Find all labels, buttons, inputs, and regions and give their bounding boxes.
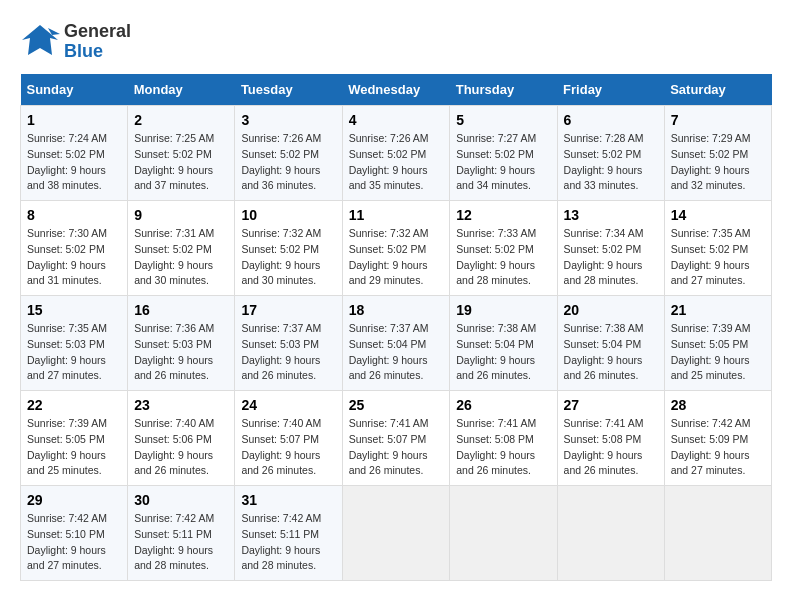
day-info: Sunrise: 7:38 AM Sunset: 5:04 PM Dayligh… bbox=[456, 321, 550, 384]
day-info: Sunrise: 7:40 AM Sunset: 5:07 PM Dayligh… bbox=[241, 416, 335, 479]
day-info: Sunrise: 7:37 AM Sunset: 5:03 PM Dayligh… bbox=[241, 321, 335, 384]
calendar-cell: 11 Sunrise: 7:32 AM Sunset: 5:02 PM Dayl… bbox=[342, 201, 450, 296]
day-info: Sunrise: 7:37 AM Sunset: 5:04 PM Dayligh… bbox=[349, 321, 444, 384]
calendar-week-row: 8 Sunrise: 7:30 AM Sunset: 5:02 PM Dayli… bbox=[21, 201, 772, 296]
calendar-cell: 12 Sunrise: 7:33 AM Sunset: 5:02 PM Dayl… bbox=[450, 201, 557, 296]
day-header-sunday: Sunday bbox=[21, 74, 128, 106]
calendar-cell: 5 Sunrise: 7:27 AM Sunset: 5:02 PM Dayli… bbox=[450, 106, 557, 201]
day-number: 13 bbox=[564, 207, 658, 223]
calendar-cell: 14 Sunrise: 7:35 AM Sunset: 5:02 PM Dayl… bbox=[664, 201, 771, 296]
day-number: 2 bbox=[134, 112, 228, 128]
calendar-cell: 10 Sunrise: 7:32 AM Sunset: 5:02 PM Dayl… bbox=[235, 201, 342, 296]
calendar-cell: 19 Sunrise: 7:38 AM Sunset: 5:04 PM Dayl… bbox=[450, 296, 557, 391]
day-number: 10 bbox=[241, 207, 335, 223]
day-number: 28 bbox=[671, 397, 765, 413]
calendar-header-row: SundayMondayTuesdayWednesdayThursdayFrid… bbox=[21, 74, 772, 106]
day-info: Sunrise: 7:35 AM Sunset: 5:03 PM Dayligh… bbox=[27, 321, 121, 384]
calendar-cell: 9 Sunrise: 7:31 AM Sunset: 5:02 PM Dayli… bbox=[128, 201, 235, 296]
day-header-thursday: Thursday bbox=[450, 74, 557, 106]
day-info: Sunrise: 7:24 AM Sunset: 5:02 PM Dayligh… bbox=[27, 131, 121, 194]
day-info: Sunrise: 7:26 AM Sunset: 5:02 PM Dayligh… bbox=[349, 131, 444, 194]
day-header-wednesday: Wednesday bbox=[342, 74, 450, 106]
day-number: 15 bbox=[27, 302, 121, 318]
day-header-friday: Friday bbox=[557, 74, 664, 106]
day-number: 30 bbox=[134, 492, 228, 508]
day-number: 6 bbox=[564, 112, 658, 128]
day-number: 26 bbox=[456, 397, 550, 413]
day-info: Sunrise: 7:32 AM Sunset: 5:02 PM Dayligh… bbox=[241, 226, 335, 289]
day-header-tuesday: Tuesday bbox=[235, 74, 342, 106]
day-number: 31 bbox=[241, 492, 335, 508]
calendar-week-row: 29 Sunrise: 7:42 AM Sunset: 5:10 PM Dayl… bbox=[21, 486, 772, 581]
day-number: 7 bbox=[671, 112, 765, 128]
day-info: Sunrise: 7:39 AM Sunset: 5:05 PM Dayligh… bbox=[671, 321, 765, 384]
day-info: Sunrise: 7:36 AM Sunset: 5:03 PM Dayligh… bbox=[134, 321, 228, 384]
calendar-cell: 25 Sunrise: 7:41 AM Sunset: 5:07 PM Dayl… bbox=[342, 391, 450, 486]
day-number: 18 bbox=[349, 302, 444, 318]
day-number: 27 bbox=[564, 397, 658, 413]
calendar-cell: 3 Sunrise: 7:26 AM Sunset: 5:02 PM Dayli… bbox=[235, 106, 342, 201]
calendar-cell: 1 Sunrise: 7:24 AM Sunset: 5:02 PM Dayli… bbox=[21, 106, 128, 201]
calendar-cell: 6 Sunrise: 7:28 AM Sunset: 5:02 PM Dayli… bbox=[557, 106, 664, 201]
day-number: 14 bbox=[671, 207, 765, 223]
day-info: Sunrise: 7:30 AM Sunset: 5:02 PM Dayligh… bbox=[27, 226, 121, 289]
logo-bird-icon bbox=[20, 20, 60, 60]
day-number: 4 bbox=[349, 112, 444, 128]
day-number: 24 bbox=[241, 397, 335, 413]
day-info: Sunrise: 7:31 AM Sunset: 5:02 PM Dayligh… bbox=[134, 226, 228, 289]
day-header-monday: Monday bbox=[128, 74, 235, 106]
calendar-cell: 23 Sunrise: 7:40 AM Sunset: 5:06 PM Dayl… bbox=[128, 391, 235, 486]
logo: General Blue bbox=[20, 20, 131, 64]
day-number: 17 bbox=[241, 302, 335, 318]
calendar-cell: 20 Sunrise: 7:38 AM Sunset: 5:04 PM Dayl… bbox=[557, 296, 664, 391]
day-number: 11 bbox=[349, 207, 444, 223]
day-info: Sunrise: 7:33 AM Sunset: 5:02 PM Dayligh… bbox=[456, 226, 550, 289]
calendar-cell: 21 Sunrise: 7:39 AM Sunset: 5:05 PM Dayl… bbox=[664, 296, 771, 391]
day-number: 9 bbox=[134, 207, 228, 223]
day-info: Sunrise: 7:42 AM Sunset: 5:11 PM Dayligh… bbox=[241, 511, 335, 574]
day-info: Sunrise: 7:25 AM Sunset: 5:02 PM Dayligh… bbox=[134, 131, 228, 194]
day-number: 22 bbox=[27, 397, 121, 413]
calendar-week-row: 15 Sunrise: 7:35 AM Sunset: 5:03 PM Dayl… bbox=[21, 296, 772, 391]
day-number: 3 bbox=[241, 112, 335, 128]
calendar-cell bbox=[450, 486, 557, 581]
day-number: 16 bbox=[134, 302, 228, 318]
day-info: Sunrise: 7:34 AM Sunset: 5:02 PM Dayligh… bbox=[564, 226, 658, 289]
day-info: Sunrise: 7:42 AM Sunset: 5:10 PM Dayligh… bbox=[27, 511, 121, 574]
day-info: Sunrise: 7:32 AM Sunset: 5:02 PM Dayligh… bbox=[349, 226, 444, 289]
calendar-cell: 17 Sunrise: 7:37 AM Sunset: 5:03 PM Dayl… bbox=[235, 296, 342, 391]
day-info: Sunrise: 7:27 AM Sunset: 5:02 PM Dayligh… bbox=[456, 131, 550, 194]
calendar-week-row: 22 Sunrise: 7:39 AM Sunset: 5:05 PM Dayl… bbox=[21, 391, 772, 486]
calendar-cell: 8 Sunrise: 7:30 AM Sunset: 5:02 PM Dayli… bbox=[21, 201, 128, 296]
day-info: Sunrise: 7:35 AM Sunset: 5:02 PM Dayligh… bbox=[671, 226, 765, 289]
calendar-week-row: 1 Sunrise: 7:24 AM Sunset: 5:02 PM Dayli… bbox=[21, 106, 772, 201]
calendar-cell: 22 Sunrise: 7:39 AM Sunset: 5:05 PM Dayl… bbox=[21, 391, 128, 486]
day-number: 5 bbox=[456, 112, 550, 128]
day-info: Sunrise: 7:38 AM Sunset: 5:04 PM Dayligh… bbox=[564, 321, 658, 384]
calendar-cell: 26 Sunrise: 7:41 AM Sunset: 5:08 PM Dayl… bbox=[450, 391, 557, 486]
day-info: Sunrise: 7:40 AM Sunset: 5:06 PM Dayligh… bbox=[134, 416, 228, 479]
calendar-cell: 30 Sunrise: 7:42 AM Sunset: 5:11 PM Dayl… bbox=[128, 486, 235, 581]
svg-marker-0 bbox=[22, 25, 58, 55]
day-info: Sunrise: 7:41 AM Sunset: 5:07 PM Dayligh… bbox=[349, 416, 444, 479]
calendar-cell: 15 Sunrise: 7:35 AM Sunset: 5:03 PM Dayl… bbox=[21, 296, 128, 391]
calendar-cell bbox=[664, 486, 771, 581]
day-info: Sunrise: 7:42 AM Sunset: 5:11 PM Dayligh… bbox=[134, 511, 228, 574]
day-info: Sunrise: 7:26 AM Sunset: 5:02 PM Dayligh… bbox=[241, 131, 335, 194]
day-info: Sunrise: 7:42 AM Sunset: 5:09 PM Dayligh… bbox=[671, 416, 765, 479]
calendar-cell: 24 Sunrise: 7:40 AM Sunset: 5:07 PM Dayl… bbox=[235, 391, 342, 486]
day-number: 29 bbox=[27, 492, 121, 508]
day-number: 23 bbox=[134, 397, 228, 413]
day-number: 25 bbox=[349, 397, 444, 413]
day-number: 20 bbox=[564, 302, 658, 318]
calendar-cell: 18 Sunrise: 7:37 AM Sunset: 5:04 PM Dayl… bbox=[342, 296, 450, 391]
calendar-cell: 13 Sunrise: 7:34 AM Sunset: 5:02 PM Dayl… bbox=[557, 201, 664, 296]
day-info: Sunrise: 7:41 AM Sunset: 5:08 PM Dayligh… bbox=[456, 416, 550, 479]
calendar-cell: 4 Sunrise: 7:26 AM Sunset: 5:02 PM Dayli… bbox=[342, 106, 450, 201]
header: General Blue bbox=[20, 20, 772, 64]
day-number: 19 bbox=[456, 302, 550, 318]
day-header-saturday: Saturday bbox=[664, 74, 771, 106]
day-number: 21 bbox=[671, 302, 765, 318]
calendar-cell: 7 Sunrise: 7:29 AM Sunset: 5:02 PM Dayli… bbox=[664, 106, 771, 201]
day-info: Sunrise: 7:28 AM Sunset: 5:02 PM Dayligh… bbox=[564, 131, 658, 194]
